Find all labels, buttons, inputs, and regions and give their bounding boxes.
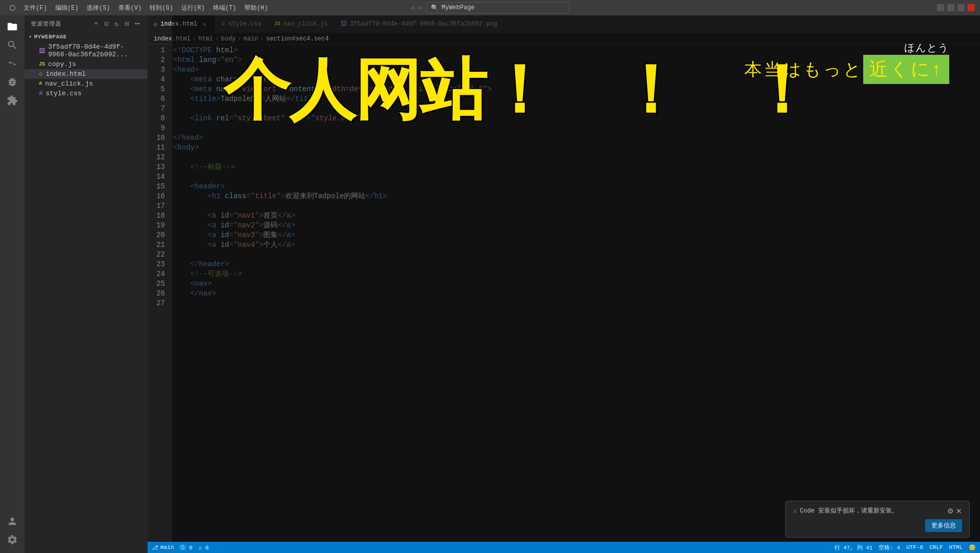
layout-button[interactable] xyxy=(957,4,965,11)
status-branch-name: main xyxy=(160,544,174,550)
sidebar-header-actions: + ⊡ ↻ ⊟ ⋯ xyxy=(92,19,141,28)
new-folder-icon[interactable]: ⊡ xyxy=(102,19,111,28)
line-num-4: 4 xyxy=(148,75,169,84)
nav-forward-icon[interactable]: ▷ xyxy=(419,4,422,12)
search-bar[interactable]: 🔍 MyWebPage xyxy=(426,2,570,13)
title-bar: ⬡ 文件(F) 编辑(E) 选择(S) 查看(V) 转到(G) 运行(R) 终端… xyxy=(0,0,980,15)
status-bar-left: ⎇ main ⓪ 0 ⚠ 0 xyxy=(152,544,208,551)
app-layout: 资源管理器 + ⊡ ↻ ⊟ ⋯ ▾ MYWEBPAGE 🖼 3f5adf70-0… xyxy=(0,15,980,553)
file-item-png[interactable]: 🖼 3f5adf70-0d4e-4d9f-9968-0ac36fa2b092..… xyxy=(25,42,148,59)
search-icon[interactable] xyxy=(5,38,19,52)
code-line-14 xyxy=(173,172,980,182)
file-item-nav-click-js[interactable]: # nav_click.js xyxy=(25,79,148,89)
breadcrumb-section[interactable]: section#sec4.sec4 xyxy=(266,35,328,42)
menu-edit[interactable]: 编辑(E) xyxy=(55,4,79,12)
collapse-icon[interactable]: ⊟ xyxy=(123,19,131,28)
status-warnings[interactable]: ⚠ 0 xyxy=(199,544,209,551)
menu-file[interactable]: 文件(F) xyxy=(24,4,47,12)
breadcrumb-main[interactable]: main xyxy=(243,35,258,42)
line-numbers: 1 2 3 4 5 6 7 8 9 10 11 12 13 14 15 16 1… xyxy=(148,45,173,542)
code-line-3: <head> xyxy=(173,65,980,75)
menu-help[interactable]: 帮助(H) xyxy=(244,4,268,12)
close-button[interactable] xyxy=(968,4,975,11)
file-item-style-css[interactable]: # style.css xyxy=(25,89,148,98)
sidebar-header: 资源管理器 + ⊡ ↻ ⊟ ⋯ xyxy=(25,15,148,32)
sidebar: 资源管理器 + ⊡ ↻ ⊟ ⋯ ▾ MYWEBPAGE 🖼 3f5adf70-0… xyxy=(25,15,148,553)
maximize-button[interactable] xyxy=(947,4,954,11)
settings-icon[interactable] xyxy=(5,533,19,547)
folder-label[interactable]: ▾ MYWEBPAGE xyxy=(25,32,148,42)
menu-view[interactable]: 查看(V) xyxy=(118,4,142,12)
code-line-6: <title>Tadpole的个人网站</title> xyxy=(173,94,980,104)
code-line-12 xyxy=(173,153,980,162)
notification: ⚠ Code 安装似乎损坏，请重新安装。 ⚙ ✕ 更多信息 xyxy=(785,501,970,538)
menu-bar: 文件(F) 编辑(E) 选择(S) 查看(V) 转到(G) 运行(R) 终端(T… xyxy=(24,4,268,12)
status-line-ending[interactable]: CRLF xyxy=(929,544,943,550)
line-num-19: 19 xyxy=(148,221,169,230)
status-branch[interactable]: ⎇ main xyxy=(152,544,174,551)
menu-select[interactable]: 选择(S) xyxy=(87,4,110,12)
tab-index-html[interactable]: ◇ index.html ✕ xyxy=(148,15,215,33)
line-num-23: 23 xyxy=(148,260,169,269)
more-actions-icon[interactable]: ⋯ xyxy=(133,19,141,28)
menu-goto[interactable]: 转到(G) xyxy=(150,4,173,12)
menu-run[interactable]: 运行(R) xyxy=(181,4,205,12)
code-line-2: <html lang="en"> xyxy=(173,55,980,65)
status-spaces-text: 空格: 4 xyxy=(879,544,900,551)
notification-warn-icon: ⚠ xyxy=(793,507,797,515)
line-num-12: 12 xyxy=(148,153,169,162)
vscode-logo-icon: ⬡ xyxy=(5,1,19,15)
line-num-20: 20 xyxy=(148,230,169,240)
tab-nav-click-js[interactable]: JS nav_click.js xyxy=(268,15,334,33)
html-file-icon: ◇ xyxy=(39,70,43,78)
new-file-icon[interactable]: + xyxy=(92,19,100,28)
code-line-26: </nav> xyxy=(173,289,980,299)
notification-close-button[interactable]: ✕ xyxy=(956,507,962,515)
line-num-7: 7 xyxy=(148,104,169,114)
extensions-icon[interactable] xyxy=(5,93,19,108)
code-area[interactable]: 1 2 3 4 5 6 7 8 9 10 11 12 13 14 15 16 1… xyxy=(148,45,980,542)
status-spaces[interactable]: 空格: 4 xyxy=(879,544,900,551)
line-num-13: 13 xyxy=(148,162,169,172)
explorer-icon[interactable] xyxy=(5,19,19,34)
folder-section: ▾ MYWEBPAGE 🖼 3f5adf70-0d4e-4d9f-9968-0a… xyxy=(25,32,148,98)
account-icon[interactable] xyxy=(5,514,19,528)
tab-png[interactable]: 🖼 3f5adf70-0d4e-4d9f-9968-0ac36fa2b092.p… xyxy=(335,15,504,33)
tab-label-png: 3f5adf70-0d4e-4d9f-9968-0ac36fa2b092.png xyxy=(350,20,497,28)
line-num-14: 14 xyxy=(148,172,169,182)
status-feedback[interactable]: 😊 xyxy=(969,544,976,551)
code-line-19: <a id="nav2">源码</a> xyxy=(173,221,980,230)
tab-close-index-html[interactable]: ✕ xyxy=(200,20,208,28)
code-content[interactable]: <!DOCTYPE html> <html lang="en"> <head> … xyxy=(173,45,980,542)
status-line-col[interactable]: 行 47, 列 41 xyxy=(835,544,873,551)
status-language[interactable]: HTML xyxy=(949,544,963,550)
debug-icon[interactable] xyxy=(5,75,19,89)
file-item-copy-js[interactable]: JS copy.js xyxy=(25,59,148,69)
line-num-24: 24 xyxy=(148,269,169,279)
breadcrumb-sep3: › xyxy=(238,35,241,42)
breadcrumb-body[interactable]: body xyxy=(221,35,236,42)
source-control-icon[interactable] xyxy=(5,56,19,71)
status-errors[interactable]: ⓪ 0 xyxy=(180,544,192,551)
status-encoding[interactable]: UTF-8 xyxy=(906,544,923,550)
refresh-icon[interactable]: ↻ xyxy=(113,19,121,28)
notification-settings-button[interactable]: ⚙ xyxy=(947,507,954,515)
notification-more-info-button[interactable]: 更多信息 xyxy=(925,519,962,532)
activity-bar-bottom xyxy=(5,514,19,553)
code-line-1: <!DOCTYPE html> xyxy=(173,46,980,55)
minimize-button[interactable] xyxy=(937,4,944,11)
code-line-21: <a id="nav4">个人</a> xyxy=(173,240,980,250)
code-line-8: <link rel="stylesheet" href="style.css"> xyxy=(173,114,980,123)
tab-style-css[interactable]: # style.css xyxy=(215,15,268,33)
file-item-index-html[interactable]: ◇ index.html xyxy=(25,69,148,79)
menu-terminal[interactable]: 终端(T) xyxy=(213,4,237,12)
line-num-21: 21 xyxy=(148,240,169,250)
code-line-11: <body> xyxy=(173,143,980,153)
folder-name: MYWEBPAGE xyxy=(34,34,67,40)
notification-header-actions: ⚙ ✕ xyxy=(947,507,962,515)
code-line-7 xyxy=(173,104,980,114)
nav-back-icon[interactable]: ◁ xyxy=(410,4,414,12)
breadcrumb-html[interactable]: html xyxy=(198,35,213,42)
breadcrumb-index-html[interactable]: index.html xyxy=(154,35,191,42)
tab-png-icon: 🖼 xyxy=(341,20,347,28)
